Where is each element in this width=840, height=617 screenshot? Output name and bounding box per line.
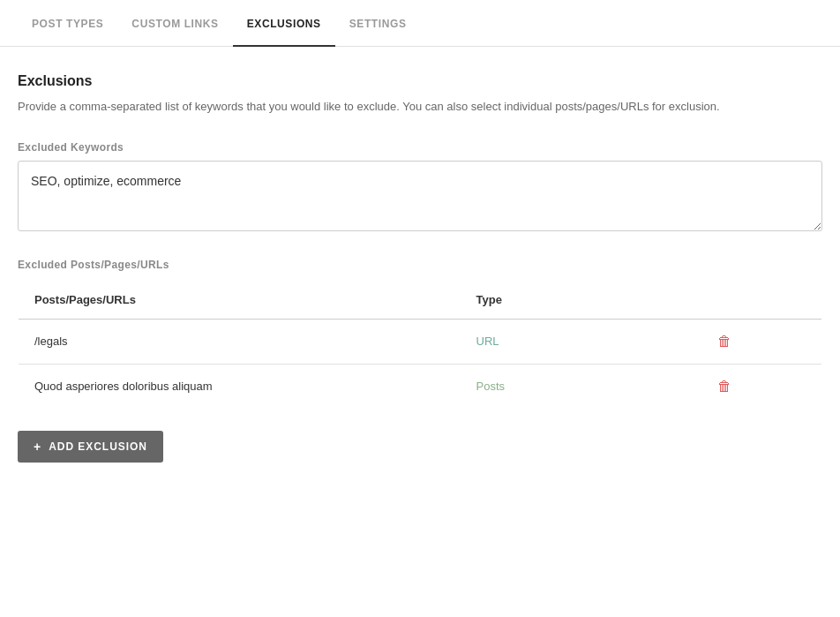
content-area: Exclusions Provide a comma-separated lis… [0, 47, 840, 489]
excluded-posts-section: Excluded Posts/Pages/URLs Posts/Pages/UR… [18, 259, 822, 410]
col-header-type: Type [461, 280, 701, 319]
tab-custom-links[interactable]: CUSTOM LINKS [117, 0, 232, 46]
col-header-action [701, 280, 822, 319]
table-row: /legals URL 🗑 [19, 319, 822, 364]
table-row: Quod asperiores doloribus aliquam Posts … [19, 364, 822, 409]
row-type-2: Posts [461, 364, 701, 409]
tabs-container: POST TYPES CUSTOM LINKS EXCLUSIONS SETTI… [0, 0, 840, 47]
section-description: Provide a comma-separated list of keywor… [18, 98, 812, 117]
page-wrapper: POST TYPES CUSTOM LINKS EXCLUSIONS SETTI… [0, 0, 840, 617]
keywords-label: Excluded Keywords [18, 141, 822, 154]
row-action-1: 🗑 [701, 319, 822, 364]
trash-icon-1: 🗑 [717, 334, 731, 350]
tab-settings[interactable]: SETTINGS [335, 0, 421, 46]
section-title: Exclusions [18, 73, 822, 89]
table-header-row: Posts/Pages/URLs Type [19, 280, 822, 319]
row-url-2: Quod asperiores doloribus aliquam [19, 364, 461, 409]
row-url-1: /legals [19, 319, 461, 364]
row-type-1: URL [461, 319, 701, 364]
col-header-url: Posts/Pages/URLs [19, 280, 461, 319]
type-badge-url: URL [476, 335, 499, 348]
keywords-textarea[interactable] [18, 161, 822, 231]
tab-exclusions[interactable]: EXCLUSIONS [233, 0, 335, 46]
trash-icon-2: 🗑 [717, 379, 731, 395]
tab-post-types[interactable]: POST TYPES [18, 0, 117, 46]
delete-button-2[interactable]: 🗑 [717, 379, 731, 395]
add-exclusion-button[interactable]: + ADD EXCLUSION [18, 431, 163, 463]
exclusions-table: Posts/Pages/URLs Type /legals URL 🗑 [18, 280, 822, 410]
plus-icon: + [34, 440, 41, 454]
excluded-posts-label: Excluded Posts/Pages/URLs [18, 259, 822, 271]
type-badge-posts: Posts [476, 380, 506, 393]
delete-button-1[interactable]: 🗑 [717, 334, 731, 350]
add-exclusion-label: ADD EXCLUSION [49, 440, 147, 453]
row-action-2: 🗑 [701, 364, 822, 409]
